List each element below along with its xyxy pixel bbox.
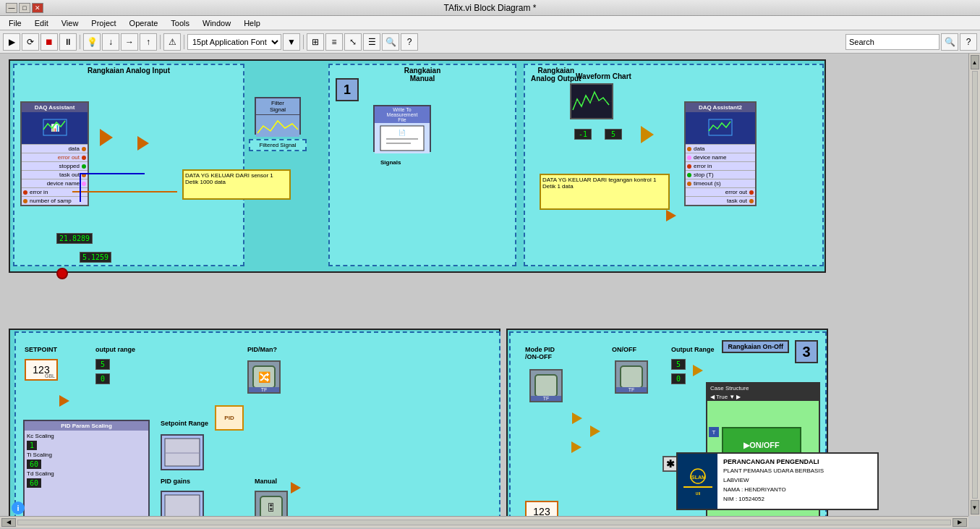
align-button[interactable]: ⊞	[307, 33, 324, 51]
step-out-button[interactable]: ↑	[140, 33, 157, 51]
daq-port-errorout: error out	[22, 153, 88, 161]
waveform-display	[570, 83, 613, 119]
step-over-button[interactable]: →	[121, 33, 138, 51]
stamp-area: ISLAM UII PERANCANGAN PENGENDALI PLANT P…	[676, 452, 879, 510]
onoff-label: ON/OFF	[612, 346, 636, 353]
run-button[interactable]: ▶	[3, 33, 20, 51]
output-5: 5	[95, 359, 110, 370]
svg-text:📄: 📄	[399, 129, 406, 136]
menu-edit[interactable]: Edit	[29, 17, 54, 29]
scroll-up-btn[interactable]: ▲	[971, 55, 979, 69]
highlight-button[interactable]: 💡	[83, 33, 101, 51]
section-number-3: 3	[795, 340, 818, 363]
case-header: Case Structure	[707, 384, 819, 393]
output-range-label: output range	[95, 346, 135, 353]
stamp-nim: NIM : 10524052	[723, 495, 824, 504]
run-cont-button[interactable]: ⟳	[22, 33, 39, 51]
font-selector[interactable]: 15pt Application Font	[187, 34, 281, 50]
filter-label: FilterSignal	[256, 98, 299, 115]
pid-man-toggle[interactable]: 🔀 TF	[247, 360, 281, 394]
tf-label3: TF	[616, 387, 647, 392]
maximize-button[interactable]: □	[19, 3, 30, 13]
resize-button[interactable]: ⤡	[344, 33, 362, 51]
scroll-thumb-v[interactable]	[972, 71, 978, 499]
diagram-canvas[interactable]: Rangkaian Analog Input DAQ Assistant 📊 d…	[0, 54, 980, 528]
scroll-down-btn[interactable]: ▼	[971, 500, 979, 515]
pid-param-title: PID Param Scaling	[25, 421, 148, 431]
val-5: 5	[605, 129, 622, 140]
svg-text:ISLAM: ISLAM	[690, 475, 706, 480]
scrollbar-vertical[interactable]: ▲ ▼	[968, 54, 980, 516]
stop-indicator	[56, 268, 68, 279]
arrow-right-out	[666, 210, 676, 221]
setpoint-label: SETPOINT	[25, 346, 57, 353]
menu-tools[interactable]: Tools	[165, 17, 195, 29]
context-help-button[interactable]: ?	[960, 33, 977, 51]
daq-icon: 📊	[22, 112, 88, 144]
reorder-button[interactable]: ☰	[363, 33, 380, 51]
daq2-block[interactable]: DAQ Assistant2 data device name error in	[684, 101, 757, 206]
svg-rect-9	[706, 115, 735, 141]
kc-label: Kc Scaling	[27, 433, 146, 439]
stamp-name: NAMA : HENDRIYANTO	[723, 486, 824, 495]
tf-label: TF	[249, 387, 279, 392]
setpoint-range-block	[161, 434, 204, 470]
daq2-icon	[686, 112, 755, 144]
amp-triangle-3	[641, 126, 654, 143]
menu-help[interactable]: Help	[238, 17, 266, 29]
menu-view[interactable]: View	[56, 17, 85, 29]
warn-button[interactable]: ⚠	[163, 33, 181, 51]
wire-blue-1	[80, 173, 81, 202]
sep1	[80, 35, 80, 49]
onoff-toggle[interactable]: TF	[615, 360, 648, 394]
step-into-button[interactable]: ↓	[102, 33, 119, 51]
menu-project[interactable]: Project	[85, 17, 122, 29]
search-input[interactable]	[845, 34, 939, 50]
daq-port-numsamples: number of samp	[22, 196, 88, 205]
menu-file[interactable]: File	[3, 17, 27, 29]
minimize-button[interactable]: —	[6, 3, 17, 13]
menu-bar: File Edit View Project Operate Tools Win…	[0, 16, 980, 30]
output-range-onoff-label: Output Range	[671, 346, 715, 353]
mode-toggle[interactable]: TF	[529, 369, 563, 402]
daq2-port-timeout: timeout (s)	[686, 179, 755, 187]
daq-port-data: data	[22, 144, 88, 153]
arrow-pid-1	[59, 395, 69, 407]
abort-button[interactable]: ⏹	[41, 33, 58, 51]
scroll-left-btn[interactable]: ◀	[1, 518, 16, 527]
pause-button[interactable]: ⏸	[59, 33, 77, 51]
case-true-label: True	[716, 394, 728, 400]
menu-operate[interactable]: Operate	[124, 17, 164, 29]
help2-button[interactable]: ?	[401, 33, 418, 51]
pid-inner-block: PID	[215, 405, 244, 431]
waveform-label: Waveform Chart	[576, 72, 631, 80]
amp-triangle-2	[137, 136, 149, 151]
svg-text:🎛: 🎛	[266, 502, 276, 513]
scroll-thumb-h[interactable]	[17, 520, 951, 525]
top-panel: Rangkaian Analog Input DAQ Assistant 📊 d…	[9, 59, 826, 273]
td-label: Td Scaling	[27, 470, 146, 477]
manual-label-pid: Manual	[255, 478, 277, 485]
sep3	[184, 35, 184, 49]
onoff-output-0: 0	[671, 373, 686, 384]
search-button[interactable]: 🔍	[941, 33, 958, 51]
output-0: 0	[95, 373, 110, 384]
close-button[interactable]: ✕	[32, 3, 43, 13]
svg-rect-25	[535, 375, 557, 397]
info-button[interactable]: i	[12, 502, 25, 515]
font-size-down[interactable]: ▼	[283, 33, 300, 51]
case-struct-label: Case Structure	[710, 385, 749, 392]
svg-rect-3	[256, 115, 299, 137]
dist-button[interactable]: ≡	[325, 33, 343, 51]
amp-triangle-1	[100, 129, 113, 146]
analog-input-label: Rangkaian Analog Input	[88, 67, 170, 75]
tf-label2: TF	[531, 396, 561, 401]
zoom-button[interactable]: 🔍	[382, 33, 399, 51]
scroll-right-btn[interactable]: ▶	[953, 518, 967, 527]
daq2-port-devname: device name	[686, 153, 755, 161]
arrow-onoff-4	[571, 441, 581, 453]
scrollbar-horizontal[interactable]: ◀ ▶	[0, 516, 968, 528]
ti-val: 60	[27, 460, 41, 469]
menu-window[interactable]: Window	[197, 17, 237, 29]
t-indicator: T	[709, 427, 719, 437]
